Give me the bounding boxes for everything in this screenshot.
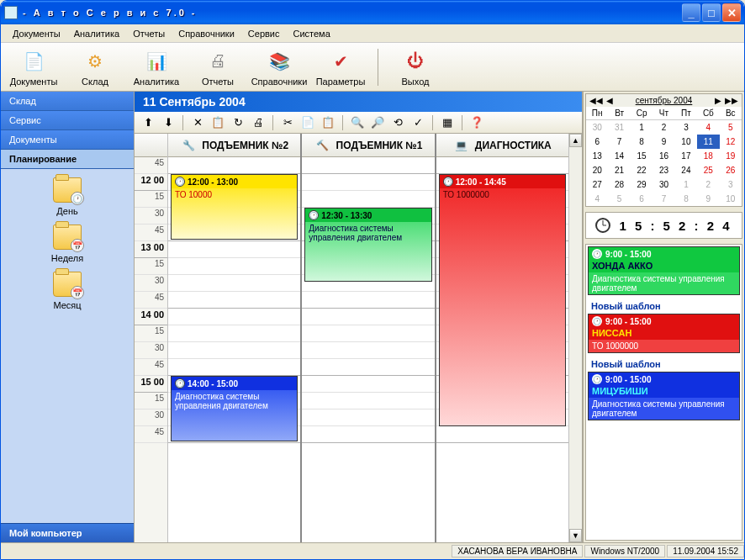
cal-day[interactable]: 9 (653, 135, 674, 149)
cal-day[interactable]: 10 (675, 135, 697, 149)
resource-header[interactable]: 🔨ПОДЪЕМНИК №1 (302, 134, 434, 157)
month-calendar[interactable]: ◀◀ ◀ сентябрь 2004 ▶ ▶▶ ПнВтСрЧтПтСбВс 3… (585, 93, 742, 207)
cal-prev-month[interactable]: ◀ (605, 96, 615, 105)
caltb-13[interactable]: 🔎 (369, 114, 386, 131)
cal-day[interactable]: 14 (608, 149, 630, 163)
menu-0[interactable]: Документы (6, 27, 67, 40)
cal-day[interactable]: 1 (631, 120, 653, 135)
toolbar-Документы[interactable]: 📄Документы (4, 45, 63, 90)
caltb-14[interactable]: ⟲ (389, 114, 406, 131)
cal-day[interactable]: 3 (675, 120, 697, 135)
cal-day[interactable]: 9 (697, 192, 719, 206)
cal-day[interactable]: 20 (586, 163, 608, 177)
cal-day[interactable]: 5 (720, 120, 742, 135)
vertical-scrollbar[interactable]: ▲ ▼ (568, 134, 582, 542)
caltb-4[interactable]: 📋 (209, 114, 226, 131)
cal-day[interactable]: 8 (675, 192, 697, 206)
toolbar-Склад[interactable]: ⚙Склад (66, 45, 124, 90)
cal-day[interactable]: 6 (586, 135, 608, 149)
appointment[interactable]: 🕐12:00 - 13:00ТО 10000 (171, 174, 298, 240)
caltb-12[interactable]: 🔍 (349, 114, 366, 131)
cal-day[interactable]: 28 (608, 177, 630, 192)
cal-day[interactable]: 17 (675, 149, 697, 163)
menu-5[interactable]: Система (287, 27, 337, 40)
cal-day[interactable]: 31 (608, 120, 630, 135)
cal-day[interactable]: 18 (697, 149, 719, 163)
cal-day[interactable]: 16 (653, 149, 674, 163)
menu-2[interactable]: Отчеты (126, 27, 172, 40)
resource-grid[interactable]: 🕐12:00 - 14:45ТО 1000000 (436, 157, 568, 443)
appointment[interactable]: 🕐12:00 - 14:45ТО 1000000 (439, 174, 566, 426)
caltb-8[interactable]: ✂ (279, 114, 296, 131)
cal-next-month[interactable]: ▶ (713, 96, 723, 105)
resource-header[interactable]: 💻ДИАГНОСТИКА (436, 134, 568, 157)
cal-day[interactable]: 10 (720, 192, 742, 206)
cal-day[interactable]: 13 (586, 149, 608, 163)
cal-day[interactable]: 24 (675, 163, 697, 177)
caltb-1[interactable]: ⬇ (160, 114, 177, 131)
sidebar-item-1[interactable]: Сервис (1, 111, 134, 130)
cal-day[interactable]: 2 (697, 177, 719, 192)
cal-day[interactable]: 1 (675, 177, 697, 192)
sidebar-item-3[interactable]: Планирование (1, 150, 134, 169)
toolbar-Выход[interactable]: ⏻Выход (386, 45, 445, 90)
cal-day[interactable]: 25 (697, 163, 719, 177)
cal-day[interactable]: 3 (720, 177, 742, 192)
cal-day[interactable]: 4 (697, 120, 719, 135)
caltb-19[interactable]: ❓ (468, 114, 485, 131)
sidebar-item-2[interactable]: Документы (1, 130, 134, 150)
menu-1[interactable]: Аналитика (67, 27, 126, 40)
cal-day[interactable]: 21 (608, 163, 630, 177)
cal-day[interactable]: 6 (631, 192, 653, 206)
appointment[interactable]: 🕐14:00 - 15:00Диагностика системы управл… (171, 376, 298, 441)
cal-day[interactable]: 2 (653, 120, 674, 135)
caltb-15[interactable]: ✓ (409, 114, 426, 131)
cal-day[interactable]: 30 (653, 177, 674, 192)
cal-day[interactable]: 29 (631, 177, 653, 192)
cal-day[interactable]: 4 (586, 192, 608, 206)
sidebar-item-0[interactable]: Склад (1, 92, 134, 111)
cal-day[interactable]: 11 (697, 135, 719, 149)
toolbar-Отчеты[interactable]: 🖨Отчеты (188, 45, 247, 90)
sidebar-folder-Месяц[interactable]: 📅Месяц (38, 272, 97, 310)
resource-grid[interactable]: 🕐12:00 - 13:00ТО 10000🕐14:00 - 15:00Диаг… (168, 157, 300, 443)
sidebar-folder-Неделя[interactable]: 📅Неделя (38, 225, 97, 263)
menu-4[interactable]: Сервис (241, 27, 287, 40)
close-button[interactable]: ✕ (722, 3, 741, 22)
toolbar-Справочники[interactable]: 📚Справочники (250, 45, 309, 90)
template-item[interactable]: 🕐9:00 - 15:00ХОНДА АККОДиагностика систе… (588, 246, 740, 295)
sidebar-folder-День[interactable]: 🕐День (38, 177, 97, 216)
toolbar-Аналитика[interactable]: 📊Аналитика (127, 45, 186, 90)
caltb-17[interactable]: ▦ (439, 114, 456, 131)
cal-day[interactable]: 12 (720, 135, 742, 149)
cal-day[interactable]: 7 (608, 135, 630, 149)
sidebar-footer[interactable]: Мой компьютер (1, 523, 134, 542)
caltb-0[interactable]: ⬆ (140, 114, 156, 131)
maximize-button[interactable]: □ (702, 3, 721, 22)
appointment[interactable]: 🕐12:30 - 13:30Диагностика системы управл… (304, 208, 431, 282)
cal-day[interactable]: 5 (608, 192, 630, 206)
cal-next-year[interactable]: ▶▶ (723, 96, 740, 105)
cal-day[interactable]: 23 (653, 163, 674, 177)
cal-day[interactable]: 19 (720, 149, 742, 163)
toolbar-Параметры[interactable]: ✔Параметры (311, 45, 370, 90)
resource-grid[interactable]: 🕐12:30 - 13:30Диагностика системы управл… (302, 157, 434, 443)
resource-header[interactable]: 🔧ПОДЪЕМНИК №2 (168, 134, 300, 157)
caltb-6[interactable]: 🖨 (250, 114, 267, 131)
menu-3[interactable]: Справочники (172, 27, 241, 40)
template-item[interactable]: 🕐9:00 - 15:00МИЦУБИШИДиагностика системы… (588, 372, 740, 420)
cal-day[interactable]: 22 (631, 163, 653, 177)
templates-panel[interactable]: 🕐9:00 - 15:00ХОНДА АККОДиагностика систе… (585, 244, 742, 541)
cal-prev-year[interactable]: ◀◀ (588, 96, 605, 105)
cal-day[interactable]: 7 (653, 192, 674, 206)
cal-day[interactable]: 27 (586, 177, 608, 192)
caltb-5[interactable]: ↻ (230, 114, 246, 131)
caltb-3[interactable]: ✕ (189, 114, 206, 131)
caltb-9[interactable]: 📄 (299, 114, 316, 131)
cal-day[interactable]: 8 (631, 135, 653, 149)
cal-day[interactable]: 26 (720, 163, 742, 177)
cal-day[interactable]: 30 (586, 120, 608, 135)
cal-day[interactable]: 15 (631, 149, 653, 163)
caltb-10[interactable]: 📋 (320, 114, 336, 131)
cal-title[interactable]: сентябрь 2004 (615, 96, 713, 105)
